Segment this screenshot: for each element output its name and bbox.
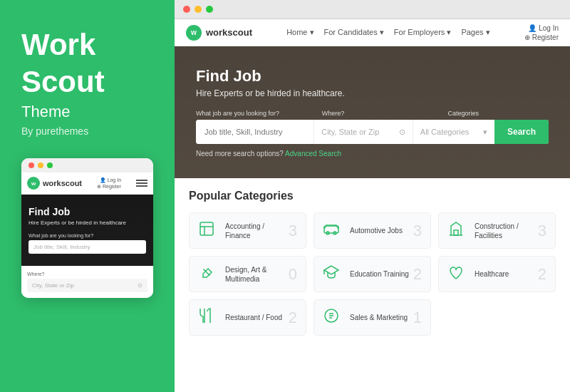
mobile-where-input[interactable]: City, State or Zip ⊙ bbox=[27, 279, 147, 292]
nav-employers[interactable]: For Employers ▾ bbox=[394, 28, 452, 37]
chevron-down-icon: ▾ bbox=[483, 128, 487, 137]
mobile-where-section: Where? City, State or Zip ⊙ bbox=[21, 266, 153, 298]
search-button[interactable]: Search bbox=[494, 120, 549, 144]
right-panel: w workscout Home ▾ For Candidates ▾ For … bbox=[175, 0, 570, 392]
mobile-preview: w workscout 👤 Log In ⊕ Register Find Job… bbox=[21, 158, 153, 298]
site-hero: Find Job Hire Experts or be hirded in he… bbox=[175, 46, 570, 178]
browser-content: w workscout Home ▾ For Candidates ▾ For … bbox=[175, 19, 570, 392]
site-logo: w workscout bbox=[186, 25, 252, 41]
design-icon bbox=[198, 264, 218, 284]
education-icon bbox=[323, 264, 343, 284]
dot-green bbox=[47, 163, 53, 168]
category-card-healthcare[interactable]: Healthcare 2 bbox=[438, 256, 556, 292]
location-icon: ⊙ bbox=[138, 282, 142, 289]
cat-count-accounting: 3 bbox=[289, 222, 297, 240]
cat-count-automotive: 3 bbox=[413, 222, 422, 240]
nav-pages[interactable]: Pages ▾ bbox=[461, 28, 489, 37]
brand-subtitle: Theme bbox=[21, 103, 153, 121]
cat-count-restaurant: 2 bbox=[289, 309, 297, 327]
nav-home[interactable]: Home ▾ bbox=[286, 28, 314, 37]
hamburger-icon[interactable] bbox=[136, 180, 147, 187]
site-logo-icon: w bbox=[186, 25, 202, 41]
brand-by: By purethemes bbox=[21, 125, 153, 137]
categories-title: Popular Categories bbox=[189, 190, 556, 202]
categories-grid: Accounting /Finance 3 Automotive Jo bbox=[189, 212, 556, 336]
browser-dot-green bbox=[206, 6, 213, 13]
cat-name-education: Education Training bbox=[350, 269, 422, 279]
search-bar: City, State or Zip ⊙ All Categories ▾ Se… bbox=[196, 120, 549, 144]
search-labels: What job are you looking for? Where? Cat… bbox=[196, 110, 549, 117]
mobile-hero-content: Find Job Hire Experts or be hirded in he… bbox=[28, 206, 146, 253]
cat-name-sales: Sales & Marketing bbox=[350, 313, 422, 322]
advanced-search-area: Need more search options? Advanced Searc… bbox=[196, 150, 549, 158]
category-card-education[interactable]: Education Training 2 bbox=[314, 256, 431, 292]
hero-title: Find Job bbox=[196, 67, 549, 86]
dot-red bbox=[28, 163, 34, 168]
mobile-hero: Find Job Hire Experts or be hirded in he… bbox=[21, 195, 153, 266]
left-panel: Work Scout Theme By purethemes w worksco… bbox=[0, 0, 175, 392]
cat-name-automotive: Automotive Jobs bbox=[350, 226, 422, 235]
cat-count-education: 2 bbox=[413, 265, 422, 284]
automotive-icon bbox=[323, 220, 343, 241]
location-pin-icon: ⊙ bbox=[399, 128, 405, 137]
browser-dot-red bbox=[183, 6, 190, 13]
mobile-find-job: Find Job bbox=[28, 206, 146, 217]
svg-rect-0 bbox=[200, 222, 213, 235]
sales-icon bbox=[323, 307, 343, 328]
cat-count-sales: 1 bbox=[413, 309, 422, 327]
brand-title: Work Scout bbox=[21, 29, 153, 103]
register-link[interactable]: ⊕ Register bbox=[524, 33, 559, 41]
hero-content: Find Job Hire Experts or be hirded in he… bbox=[196, 67, 549, 158]
cat-name-design: Design, Art &Multimedia bbox=[225, 265, 297, 284]
mobile-where-label: Where? bbox=[27, 272, 147, 277]
cat-name-healthcare: Healthcare bbox=[475, 269, 546, 279]
hero-tagline: Hire Experts or be hirded in healthcare. bbox=[196, 88, 549, 98]
cat-name-restaurant: Restaurant / Food bbox=[225, 313, 297, 322]
category-card-sales[interactable]: Sales & Marketing 1 bbox=[314, 299, 431, 336]
browser-chrome bbox=[175, 0, 570, 19]
nav-candidates[interactable]: For Candidates ▾ bbox=[324, 28, 384, 37]
site-header: w workscout Home ▾ For Candidates ▾ For … bbox=[175, 19, 570, 46]
mobile-nav: w workscout 👤 Log In ⊕ Register bbox=[21, 172, 153, 195]
mobile-chrome bbox=[21, 158, 153, 172]
cat-count-design: 0 bbox=[289, 265, 297, 284]
categories-section: Popular Categories Accounting /Finance 3 bbox=[175, 178, 570, 392]
mobile-tagline: Hire Experts or be hirded in healthcare bbox=[28, 220, 146, 227]
category-card-construction[interactable]: Construction /Facilities 3 bbox=[438, 212, 556, 249]
category-card-restaurant[interactable]: Restaurant / Food 2 bbox=[189, 299, 306, 336]
category-select[interactable]: All Categories ▾ bbox=[413, 120, 494, 144]
site-nav-right: 👤 Log In ⊕ Register bbox=[524, 24, 559, 41]
login-link[interactable]: 👤 Log In bbox=[528, 24, 559, 32]
advanced-search-link[interactable]: Advanced Search bbox=[285, 150, 341, 158]
restaurant-icon bbox=[198, 307, 218, 328]
category-card-design[interactable]: Design, Art &Multimedia 0 bbox=[189, 256, 306, 292]
label-cat: Categories bbox=[448, 110, 549, 117]
mobile-nav-right: 👤 Log In ⊕ Register bbox=[97, 177, 121, 190]
mobile-what-label: What job are you looking for? bbox=[28, 233, 146, 238]
label-where: Where? bbox=[322, 110, 448, 117]
browser-dot-yellow bbox=[195, 6, 202, 13]
accounting-icon bbox=[198, 220, 218, 241]
construction-icon bbox=[447, 220, 467, 241]
mobile-logo-icon: w bbox=[27, 177, 40, 190]
svg-rect-6 bbox=[454, 230, 458, 235]
mobile-job-input[interactable]: Job title, Skill, Industry bbox=[28, 240, 146, 254]
cat-name-accounting: Accounting /Finance bbox=[225, 222, 297, 240]
location-input[interactable]: City, State or Zip ⊙ bbox=[314, 120, 413, 144]
category-card-automotive[interactable]: Automotive Jobs 3 bbox=[314, 212, 431, 249]
mobile-logo: w workscout bbox=[27, 177, 82, 190]
site-nav: Home ▾ For Candidates ▾ For Employers ▾ … bbox=[286, 28, 490, 37]
dot-yellow bbox=[38, 163, 43, 168]
cat-name-construction: Construction /Facilities bbox=[475, 222, 546, 240]
job-search-input[interactable] bbox=[196, 120, 314, 144]
cat-count-construction: 3 bbox=[538, 222, 546, 240]
label-what: What job are you looking for? bbox=[196, 110, 322, 117]
healthcare-icon bbox=[447, 264, 467, 284]
category-card-accounting[interactable]: Accounting /Finance 3 bbox=[189, 212, 306, 249]
cat-count-healthcare: 2 bbox=[538, 265, 546, 284]
